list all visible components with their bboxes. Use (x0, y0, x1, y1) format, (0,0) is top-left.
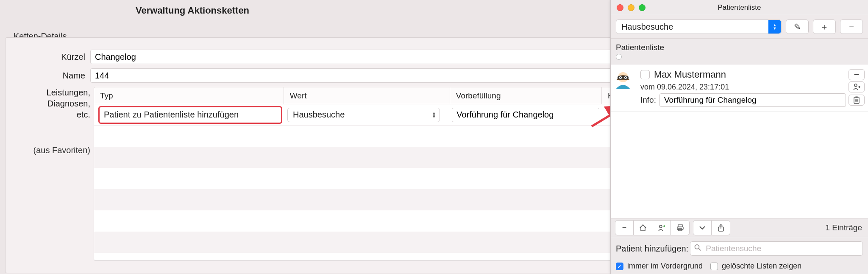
wert-select-value: Hausbesuche (293, 110, 345, 120)
add-patient-label: Patient hinzufügen: (616, 244, 688, 254)
vorbefuellung-input[interactable] (452, 108, 599, 122)
list-radio-row[interactable] (611, 53, 868, 64)
person-arrow-icon (853, 83, 860, 91)
footer-home-button[interactable] (634, 220, 652, 235)
pop-toolbar: Hausbesuche ▲▼ ✎ ＋ − (611, 15, 868, 39)
share-icon (718, 224, 724, 232)
info-line: Info: (640, 93, 846, 107)
info-label: Info: (640, 95, 656, 105)
footer-share-button[interactable] (712, 220, 730, 235)
list-select-value: Hausbesuche (621, 22, 673, 32)
header-typ[interactable]: Typ (94, 87, 284, 104)
goto-patient-button[interactable] (849, 81, 865, 92)
svg-rect-9 (855, 97, 858, 98)
add-patient-row: Patient hinzufügen: (611, 237, 868, 260)
svg-line-19 (699, 249, 701, 251)
remove-patient-button[interactable]: − (849, 69, 865, 80)
show-deleted-label: gelöschte Listen zeigen (722, 262, 801, 270)
pop-footer: − 1 Einträge (611, 218, 868, 237)
search-wrap (690, 241, 863, 256)
workspace: Verwaltung Aktionsketten Ketten-Details … (0, 0, 868, 274)
patient-list: Max Mustermann − vom 09.06.2024, 23:17:0… (611, 64, 868, 218)
actions-table: Typ Wert Vorbefüllung K Patient zu Patie… (94, 87, 615, 261)
updown-icon: ▲▼ (432, 112, 436, 118)
footer-button-group2 (693, 220, 730, 235)
svg-point-13 (659, 225, 662, 228)
options-row: ✓ immer im Vordergrund gelöschte Listen … (611, 260, 868, 274)
clipboard-icon (853, 96, 860, 104)
leistungen-label: Leistungen,Diagnosen,etc. (6, 87, 90, 120)
window-titlebar[interactable]: Patientenliste (611, 0, 868, 15)
svg-rect-15 (677, 227, 683, 229)
wert-select[interactable]: Hausbesuche ▲▼ (287, 108, 440, 122)
footer-button-group: − (611, 220, 690, 235)
cell-typ[interactable]: Patient zu Patientenliste hinzufügen (94, 106, 285, 123)
svg-point-18 (695, 245, 699, 249)
list-select[interactable]: Hausbesuche ▲▼ (616, 20, 782, 34)
always-foreground-option[interactable]: ✓ immer im Vordergrund (616, 262, 703, 271)
footer-person-button[interactable] (652, 220, 671, 235)
show-deleted-option[interactable]: gelöschte Listen zeigen (710, 262, 801, 271)
always-foreground-label: immer im Vordergrund (627, 262, 703, 270)
edit-button[interactable]: ✎ (786, 20, 809, 34)
table-row[interactable]: Patient zu Patientenliste hinzufügen Hau… (94, 104, 615, 126)
favoriten-label: (aus Favoriten) (6, 145, 90, 155)
remove-list-button[interactable]: − (840, 20, 863, 34)
cell-vorbefuellung[interactable] (449, 106, 602, 123)
person-plus-icon (658, 224, 665, 232)
svg-rect-14 (678, 225, 682, 227)
table-header: Typ Wert Vorbefüllung K (94, 87, 615, 104)
patient-name: Max Mustermann (654, 69, 726, 80)
entry-count: 1 Einträge (825, 223, 862, 232)
typ-highlighted-box[interactable]: Patient zu Patientenliste hinzufügen (98, 106, 282, 124)
search-icon (694, 244, 701, 253)
patientenliste-window: Patientenliste Hausbesuche ▲▼ ✎ ＋ − Pati… (610, 0, 868, 274)
footer-expand-button[interactable] (693, 220, 712, 235)
cell-wert[interactable]: Hausbesuche ▲▼ (285, 106, 449, 123)
svg-point-5 (620, 77, 621, 78)
name-line: Max Mustermann (640, 69, 846, 80)
minus-icon: − (849, 22, 854, 32)
zoom-icon[interactable] (639, 4, 645, 11)
updown-icon[interactable]: ▲▼ (768, 20, 781, 34)
patient-checkbox[interactable] (640, 70, 650, 79)
patient-meta: vom 09.06.2024, 23:17:01 (640, 83, 846, 92)
table-empty-area (94, 126, 615, 253)
footer-minus-button[interactable]: − (615, 220, 634, 235)
list-section-label: Patientenliste (611, 39, 868, 53)
minus-icon: − (854, 70, 860, 79)
footer-print-button[interactable] (671, 220, 690, 235)
info-input[interactable] (659, 93, 846, 107)
header-wert[interactable]: Wert (284, 87, 450, 104)
name-label: Name (6, 71, 90, 81)
clipboard-button[interactable] (849, 95, 865, 106)
minimize-icon[interactable] (628, 4, 634, 11)
chevron-down-icon (699, 224, 706, 231)
patient-card[interactable]: Max Mustermann − vom 09.06.2024, 23:17:0… (611, 64, 868, 112)
avatar-icon (613, 70, 633, 89)
plus-icon: ＋ (820, 21, 829, 33)
close-icon[interactable] (617, 4, 623, 11)
window-title: Patientenliste (611, 3, 868, 12)
print-icon (676, 224, 684, 232)
minus-icon: − (622, 223, 627, 232)
svg-point-7 (854, 84, 857, 87)
add-list-button[interactable]: ＋ (813, 20, 836, 34)
home-icon (639, 224, 647, 232)
svg-point-6 (625, 77, 626, 78)
pencil-icon: ✎ (794, 22, 801, 32)
patient-search-input[interactable] (690, 241, 863, 256)
page-title: Verwaltung Aktionsketten (0, 5, 385, 16)
traffic-lights[interactable] (611, 4, 645, 11)
header-vorbefuellung[interactable]: Vorbefüllung (450, 87, 602, 104)
kuerzel-label: Kürzel (6, 52, 90, 62)
radio-icon[interactable] (616, 54, 622, 60)
checkbox-checked-icon[interactable]: ✓ (616, 263, 623, 270)
checkbox-icon[interactable] (710, 263, 718, 270)
